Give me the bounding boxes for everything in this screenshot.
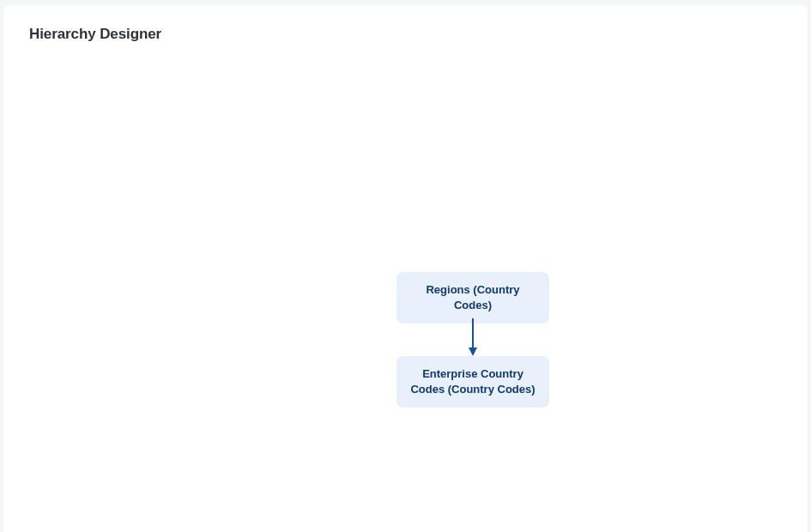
svg-marker-1 bbox=[469, 348, 477, 356]
node-label: Regions (Country Codes) bbox=[409, 282, 537, 313]
arrow-down-icon bbox=[467, 318, 479, 356]
hierarchy-designer-panel: Hierarchy Designer Regions (Country Code… bbox=[3, 5, 808, 532]
hierarchy-node-enterprise-country-codes[interactable]: Enterprise Country Codes (Country Codes) bbox=[396, 356, 549, 408]
node-label: Enterprise Country Codes (Country Codes) bbox=[409, 366, 537, 397]
hierarchy-node-regions[interactable]: Regions (Country Codes) bbox=[396, 272, 549, 323]
diagram-canvas[interactable]: Regions (Country Codes) Enterprise Count… bbox=[3, 5, 808, 532]
